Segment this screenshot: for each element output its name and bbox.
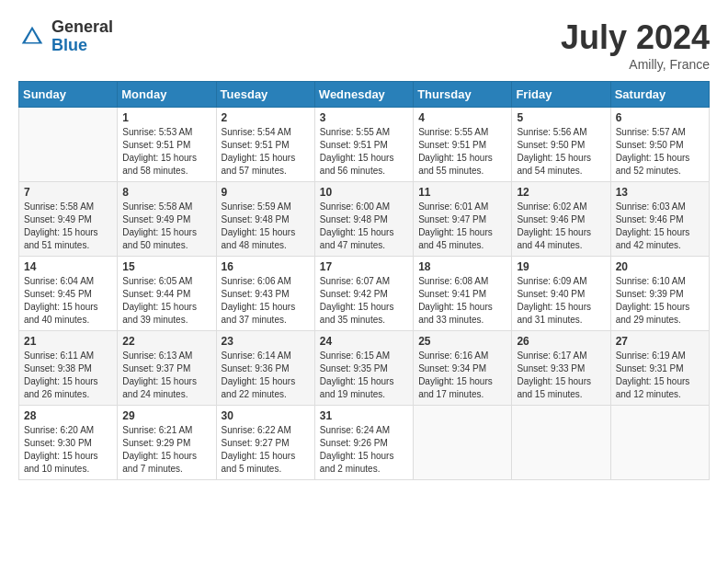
day-number: 17 <box>320 260 408 273</box>
day-number: 13 <box>616 186 704 199</box>
calendar-day-cell: 21Sunrise: 6:11 AM Sunset: 9:38 PM Dayli… <box>19 331 118 406</box>
day-info: Sunrise: 6:02 AM Sunset: 9:46 PM Dayligh… <box>517 201 605 252</box>
calendar-day-cell: 8Sunrise: 5:58 AM Sunset: 9:49 PM Daylig… <box>118 182 216 257</box>
calendar-day-cell: 9Sunrise: 5:59 AM Sunset: 9:48 PM Daylig… <box>216 182 314 257</box>
day-number: 7 <box>24 186 112 199</box>
day-info: Sunrise: 6:09 AM Sunset: 9:40 PM Dayligh… <box>517 275 605 327</box>
day-info: Sunrise: 6:24 AM Sunset: 9:26 PM Dayligh… <box>320 424 408 476</box>
calendar-day-cell: 13Sunrise: 6:03 AM Sunset: 9:46 PM Dayli… <box>610 182 709 257</box>
calendar-week-row: 14Sunrise: 6:04 AM Sunset: 9:45 PM Dayli… <box>19 257 710 331</box>
calendar-day-cell <box>512 406 610 480</box>
day-info: Sunrise: 6:16 AM Sunset: 9:34 PM Dayligh… <box>418 350 506 401</box>
calendar-day-cell: 4Sunrise: 5:55 AM Sunset: 9:51 PM Daylig… <box>414 108 512 182</box>
calendar-day-cell: 6Sunrise: 5:57 AM Sunset: 9:50 PM Daylig… <box>610 108 709 182</box>
calendar-day-cell: 26Sunrise: 6:17 AM Sunset: 9:33 PM Dayli… <box>512 331 610 406</box>
calendar-day-cell: 22Sunrise: 6:13 AM Sunset: 9:37 PM Dayli… <box>118 331 216 406</box>
day-number: 9 <box>222 186 310 199</box>
page-header: General Blue July 2024 Amilly, France <box>18 18 710 72</box>
calendar-day-cell <box>414 406 512 480</box>
day-info: Sunrise: 6:21 AM Sunset: 9:29 PM Dayligh… <box>122 424 210 476</box>
day-info: Sunrise: 6:00 AM Sunset: 9:48 PM Dayligh… <box>320 201 408 252</box>
day-number: 20 <box>616 260 704 273</box>
calendar-day-cell: 27Sunrise: 6:19 AM Sunset: 9:31 PM Dayli… <box>610 331 709 406</box>
day-info: Sunrise: 5:54 AM Sunset: 9:51 PM Dayligh… <box>222 126 310 178</box>
logo-general: General <box>51 18 113 37</box>
calendar-day-cell: 19Sunrise: 6:09 AM Sunset: 9:40 PM Dayli… <box>512 257 610 331</box>
logo-blue: Blue <box>51 37 113 55</box>
weekday-header: Saturday <box>610 82 709 108</box>
day-info: Sunrise: 5:57 AM Sunset: 9:50 PM Dayligh… <box>616 126 704 178</box>
day-number: 15 <box>122 260 210 273</box>
calendar-day-cell: 30Sunrise: 6:22 AM Sunset: 9:27 PM Dayli… <box>216 406 314 480</box>
calendar-day-cell: 12Sunrise: 6:02 AM Sunset: 9:46 PM Dayli… <box>512 182 610 257</box>
day-info: Sunrise: 5:55 AM Sunset: 9:51 PM Dayligh… <box>418 126 506 178</box>
day-info: Sunrise: 6:11 AM Sunset: 9:38 PM Dayligh… <box>24 350 112 401</box>
day-number: 14 <box>24 260 112 273</box>
day-number: 26 <box>517 335 605 348</box>
day-number: 24 <box>320 335 408 348</box>
calendar-table: SundayMondayTuesdayWednesdayThursdayFrid… <box>18 81 710 480</box>
calendar-day-cell: 29Sunrise: 6:21 AM Sunset: 9:29 PM Dayli… <box>118 406 216 480</box>
day-info: Sunrise: 6:20 AM Sunset: 9:30 PM Dayligh… <box>24 424 112 476</box>
day-number: 25 <box>418 335 506 348</box>
calendar-day-cell: 20Sunrise: 6:10 AM Sunset: 9:39 PM Dayli… <box>610 257 709 331</box>
day-number: 6 <box>616 111 704 124</box>
weekday-header: Wednesday <box>314 82 413 108</box>
weekday-header: Thursday <box>414 82 512 108</box>
day-number: 31 <box>320 409 408 422</box>
day-info: Sunrise: 5:53 AM Sunset: 9:51 PM Dayligh… <box>122 126 210 178</box>
day-info: Sunrise: 6:03 AM Sunset: 9:46 PM Dayligh… <box>616 201 704 252</box>
month-year: July 2024 <box>561 18 710 57</box>
day-number: 22 <box>122 335 210 348</box>
day-number: 28 <box>24 409 112 422</box>
calendar-week-row: 28Sunrise: 6:20 AM Sunset: 9:30 PM Dayli… <box>19 406 710 480</box>
day-number: 29 <box>122 409 210 422</box>
calendar-day-cell: 11Sunrise: 6:01 AM Sunset: 9:47 PM Dayli… <box>414 182 512 257</box>
calendar-day-cell: 25Sunrise: 6:16 AM Sunset: 9:34 PM Dayli… <box>414 331 512 406</box>
day-number: 1 <box>122 111 210 124</box>
calendar-day-cell: 23Sunrise: 6:14 AM Sunset: 9:36 PM Dayli… <box>216 331 314 406</box>
day-number: 23 <box>222 335 310 348</box>
calendar-day-cell: 7Sunrise: 5:58 AM Sunset: 9:49 PM Daylig… <box>19 182 118 257</box>
day-info: Sunrise: 5:55 AM Sunset: 9:51 PM Dayligh… <box>320 126 408 178</box>
title-block: July 2024 Amilly, France <box>561 18 710 72</box>
calendar-day-cell: 2Sunrise: 5:54 AM Sunset: 9:51 PM Daylig… <box>216 108 314 182</box>
calendar-day-cell <box>610 406 709 480</box>
day-number: 11 <box>418 186 506 199</box>
day-info: Sunrise: 6:06 AM Sunset: 9:43 PM Dayligh… <box>222 275 310 327</box>
day-number: 18 <box>418 260 506 273</box>
calendar-day-cell: 5Sunrise: 5:56 AM Sunset: 9:50 PM Daylig… <box>512 108 610 182</box>
calendar-day-cell: 28Sunrise: 6:20 AM Sunset: 9:30 PM Dayli… <box>19 406 118 480</box>
calendar-week-row: 1Sunrise: 5:53 AM Sunset: 9:51 PM Daylig… <box>19 108 710 182</box>
day-number: 4 <box>418 111 506 124</box>
calendar-day-cell: 18Sunrise: 6:08 AM Sunset: 9:41 PM Dayli… <box>414 257 512 331</box>
day-number: 16 <box>222 260 310 273</box>
calendar-day-cell: 10Sunrise: 6:00 AM Sunset: 9:48 PM Dayli… <box>314 182 413 257</box>
weekday-header: Tuesday <box>216 82 314 108</box>
calendar-day-cell: 16Sunrise: 6:06 AM Sunset: 9:43 PM Dayli… <box>216 257 314 331</box>
calendar-day-cell: 1Sunrise: 5:53 AM Sunset: 9:51 PM Daylig… <box>118 108 216 182</box>
day-info: Sunrise: 6:15 AM Sunset: 9:35 PM Dayligh… <box>320 350 408 401</box>
day-info: Sunrise: 6:07 AM Sunset: 9:42 PM Dayligh… <box>320 275 408 327</box>
day-info: Sunrise: 6:14 AM Sunset: 9:36 PM Dayligh… <box>222 350 310 401</box>
day-info: Sunrise: 6:19 AM Sunset: 9:31 PM Dayligh… <box>616 350 704 401</box>
day-number: 10 <box>320 186 408 199</box>
day-number: 8 <box>122 186 210 199</box>
day-number: 30 <box>222 409 310 422</box>
day-info: Sunrise: 5:56 AM Sunset: 9:50 PM Dayligh… <box>517 126 605 178</box>
calendar-week-row: 21Sunrise: 6:11 AM Sunset: 9:38 PM Dayli… <box>19 331 710 406</box>
logo-icon <box>18 23 46 51</box>
weekday-header: Friday <box>512 82 610 108</box>
day-info: Sunrise: 6:01 AM Sunset: 9:47 PM Dayligh… <box>418 201 506 252</box>
day-info: Sunrise: 5:59 AM Sunset: 9:48 PM Dayligh… <box>222 201 310 252</box>
day-number: 27 <box>616 335 704 348</box>
calendar-day-cell: 15Sunrise: 6:05 AM Sunset: 9:44 PM Dayli… <box>118 257 216 331</box>
day-number: 2 <box>222 111 310 124</box>
calendar-day-cell: 17Sunrise: 6:07 AM Sunset: 9:42 PM Dayli… <box>314 257 413 331</box>
calendar-week-row: 7Sunrise: 5:58 AM Sunset: 9:49 PM Daylig… <box>19 182 710 257</box>
day-number: 3 <box>320 111 408 124</box>
calendar-day-cell: 31Sunrise: 6:24 AM Sunset: 9:26 PM Dayli… <box>314 406 413 480</box>
day-number: 21 <box>24 335 112 348</box>
day-number: 5 <box>517 111 605 124</box>
logo-text: General Blue <box>51 18 113 55</box>
